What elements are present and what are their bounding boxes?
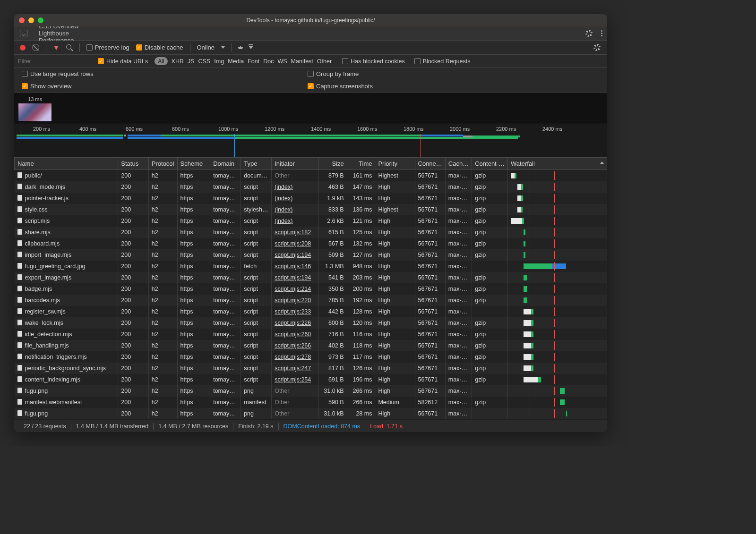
timeline-tick: 400 ms [79,126,96,132]
devtools-window: DevTools - tomayac.github.io/fugu-greeti… [14,14,607,432]
status-resources: 1.4 MB / 2.7 MB resources [153,423,233,430]
clear-icon[interactable] [32,44,39,51]
column-name[interactable]: Name [15,158,118,170]
table-row[interactable]: clipboard.mjs200h2httpstomayac…scriptscr… [15,238,607,249]
filter-chip-manifest[interactable]: Manifest [291,58,313,65]
timeline-tick: 2000 ms [450,126,470,132]
group-by-frame-checkbox[interactable]: Group by frame [308,70,359,77]
chevron-down-icon [221,46,225,49]
file-icon [17,331,22,337]
screenshot-label: 13 ms [18,96,52,103]
column-cach[interactable]: Cach… [445,158,472,170]
settings-icon[interactable] [585,30,593,37]
filter-chip-doc[interactable]: Doc [263,58,274,65]
column-waterfall[interactable]: Waterfall [508,158,607,170]
filter-chip-img[interactable]: Img [214,58,224,65]
table-row[interactable]: share.mjs200h2httpstomayac…scriptscript.… [15,227,607,238]
column-domain[interactable]: Domain [210,158,241,170]
minimize-button[interactable] [28,17,34,23]
column-time[interactable]: Time [347,158,375,170]
table-row[interactable]: public/200h2httpstomayac…documentOther87… [15,170,607,182]
status-bar: 22 / 23 requests 1.4 MB / 1.4 MB transfe… [14,420,607,432]
column-size[interactable]: Size [318,158,347,170]
filter-chip-xhr[interactable]: XHR [172,58,184,65]
column-content[interactable]: Content-… [472,158,508,170]
filter-chip-font[interactable]: Font [248,58,259,65]
has-blocked-cookies-checkbox[interactable]: Has blocked cookies [342,58,405,65]
window-titlebar[interactable]: DevTools - tomayac.github.io/fugu-greeti… [14,14,607,26]
filter-chip-media[interactable]: Media [228,58,244,65]
file-icon [17,320,22,325]
screenshot-strip[interactable]: 13 ms [14,93,607,124]
filter-chip-other[interactable]: Other [317,58,332,65]
table-row[interactable]: fugu.png200h2httpstomayac…pngOther31.0 k… [15,385,607,397]
preserve-log-checkbox[interactable]: Preserve log [86,44,129,51]
capture-screenshots-checkbox[interactable]: ✓Capture screenshots [308,83,373,90]
file-icon [17,388,22,393]
table-row[interactable]: idle_detection.mjs200h2httpstomayac…scri… [15,329,607,340]
column-conne[interactable]: Conne… [415,158,445,170]
screenshot-thumbnail[interactable] [18,103,52,122]
timeline-tick: 2200 ms [496,126,516,132]
table-row[interactable]: wake_lock.mjs200h2httpstomayac…scriptscr… [15,317,607,329]
table-row[interactable]: import_image.mjs200h2httpstomayac…script… [15,249,607,261]
file-icon [17,274,22,280]
blocked-requests-checkbox[interactable]: Blocked Requests [414,58,471,65]
panel-tabs: ElementsSourcesNetworkApplicationConsole… [14,26,607,41]
window-title: DevTools - tomayac.github.io/fugu-greeti… [14,17,607,24]
timeline-tick: 1000 ms [218,126,238,132]
table-row[interactable]: register_sw.mjs200h2httpstomayac…scripts… [15,306,607,317]
column-initiator[interactable]: Initiator [272,158,319,170]
table-row[interactable]: barcodes.mjs200h2httpstomayac…scriptscri… [15,295,607,306]
column-priority[interactable]: Priority [375,158,415,170]
filter-chip-css[interactable]: CSS [198,58,211,65]
inspect-icon[interactable] [20,30,27,37]
filter-chip-ws[interactable]: WS [277,58,287,65]
table-row[interactable]: fugu_greeting_card.jpg200h2httpstomayac…… [15,261,607,272]
table-row[interactable]: script.mjs200h2httpstomayac…script(index… [15,215,607,227]
timeline-tick: 1200 ms [265,126,284,132]
table-row[interactable]: notification_triggers.mjs200h2httpstomay… [15,351,607,363]
record-icon[interactable] [20,45,26,51]
filter-icon[interactable]: ▼ [53,44,60,51]
file-icon [17,252,22,257]
filter-chip-all[interactable]: All [155,57,167,65]
hide-data-urls-checkbox[interactable]: ✓Hide data URLs [98,58,148,65]
column-protocol[interactable]: Protocol [148,158,177,170]
column-status[interactable]: Status [118,158,148,170]
file-icon [17,399,22,405]
filter-input[interactable] [18,58,91,65]
throttle-select[interactable]: Online [197,44,225,51]
column-type[interactable]: Type [241,158,272,170]
large-rows-checkbox[interactable]: Use large request rows [22,70,94,77]
filter-chip-js[interactable]: JS [188,58,195,65]
file-icon [17,229,22,235]
table-row[interactable]: manifest.webmanifest200h2httpstomayac…ma… [15,397,607,408]
tab-lighthouse[interactable]: Lighthouse [33,30,85,37]
table-row[interactable]: badge.mjs200h2httpstomayac…scriptscript.… [15,283,607,295]
table-row[interactable]: periodic_background_sync.mjs200h2httpsto… [15,363,607,374]
table-row[interactable]: style.css200h2httpstomayac…stylesheet(in… [15,204,607,215]
disable-cache-checkbox[interactable]: ✓Disable cache [136,44,183,51]
show-overview-checkbox[interactable]: ✓Show overview [22,83,71,90]
network-settings-icon[interactable] [593,44,601,51]
file-icon [17,286,22,291]
table-row[interactable]: export_image.mjs200h2httpstomayac…script… [15,272,607,283]
table-row[interactable]: file_handling.mjs200h2httpstomayac…scrip… [15,340,607,351]
search-icon[interactable] [66,44,73,51]
status-load: Load: 1.71 s [365,423,407,430]
download-har-icon[interactable] [249,46,253,49]
close-button[interactable] [19,17,25,23]
table-row[interactable]: content_indexing.mjs200h2httpstomayac…sc… [15,374,607,385]
table-row[interactable]: pointer-tracker.js200h2httpstomayac…scri… [15,193,607,204]
file-icon [17,365,22,371]
network-filterbar: ✓Hide data URLs AllXHRJSCSSImgMediaFontD… [14,55,607,68]
timeline-tick: 1600 ms [357,126,377,132]
zoom-button[interactable] [38,17,43,23]
timeline-overview[interactable]: 200 ms400 ms600 ms800 ms1000 ms1200 ms14… [14,124,607,157]
table-row[interactable]: dark_mode.mjs200h2httpstomayac…script(in… [15,181,607,193]
table-row[interactable]: fugu.png200h2httpstomayac…pngOther31.0 k… [15,408,607,419]
more-icon[interactable] [601,30,602,36]
upload-har-icon[interactable] [238,46,243,49]
column-scheme[interactable]: Scheme [177,158,210,170]
